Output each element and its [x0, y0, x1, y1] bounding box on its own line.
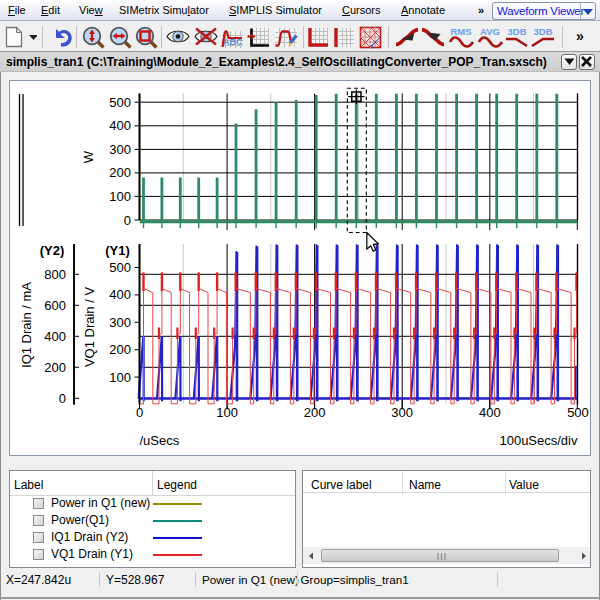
svg-text:200: 200: [44, 360, 66, 375]
svg-text:500: 500: [109, 260, 131, 275]
svg-text:300: 300: [109, 142, 131, 157]
svg-text:0: 0: [136, 405, 143, 420]
svg-text:600: 600: [44, 298, 66, 313]
svg-text:300: 300: [391, 405, 413, 420]
svg-text:100: 100: [216, 405, 238, 420]
svg-text:0: 0: [124, 213, 131, 228]
svg-text:/uSecs: /uSecs: [140, 433, 180, 448]
svg-text:0: 0: [59, 391, 66, 406]
svg-text:400: 400: [44, 329, 66, 344]
svg-text:200: 200: [304, 405, 326, 420]
svg-text:100: 100: [109, 189, 131, 204]
svg-text:300: 300: [109, 315, 131, 330]
svg-text:400: 400: [109, 118, 131, 133]
svg-text:800: 800: [44, 267, 66, 282]
svg-text:VQ1 Drain / V: VQ1 Drain / V: [82, 287, 97, 368]
svg-text:IQ1 Drain / mA: IQ1 Drain / mA: [19, 282, 34, 368]
svg-text:200: 200: [109, 165, 131, 180]
svg-text:100: 100: [109, 370, 131, 385]
svg-text:400: 400: [109, 287, 131, 302]
svg-text:400: 400: [479, 405, 501, 420]
svg-text:500: 500: [109, 95, 131, 110]
svg-text:500: 500: [567, 405, 589, 420]
svg-text:100uSecs/div: 100uSecs/div: [499, 433, 578, 448]
svg-text:(Y1): (Y1): [105, 243, 130, 258]
svg-text:(Y2): (Y2): [40, 243, 65, 258]
svg-text:200: 200: [109, 342, 131, 357]
svg-text:W: W: [81, 150, 96, 163]
